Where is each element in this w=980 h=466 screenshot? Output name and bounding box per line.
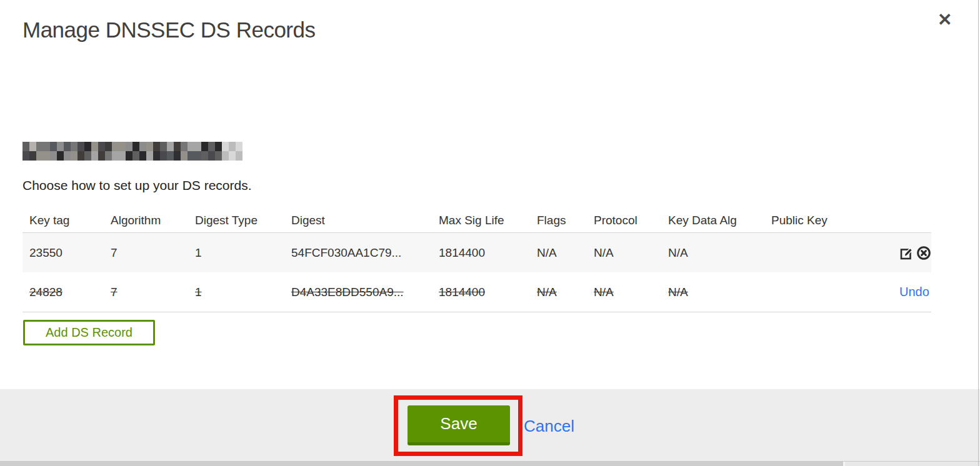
page-title: Manage DNSSEC DS Records xyxy=(22,17,315,42)
cell-key-data-alg: N/A xyxy=(661,285,764,299)
col-header-protocol: Protocol xyxy=(587,214,661,227)
save-button[interactable]: Save xyxy=(408,405,510,445)
cell-key-tag: 24828 xyxy=(22,285,104,299)
cell-algorithm: 7 xyxy=(104,285,188,299)
col-header-max-sig-life: Max Sig Life xyxy=(432,214,530,227)
cell-key-tag: 23550 xyxy=(22,246,104,260)
cell-max-sig-life: 1814400 xyxy=(432,246,530,260)
col-header-flags: Flags xyxy=(530,214,587,227)
row-actions: Undo xyxy=(892,285,939,299)
col-header-key-data-alg: Key Data Alg xyxy=(661,214,764,227)
row-actions xyxy=(892,245,938,260)
redacted-domain-name xyxy=(22,142,242,161)
col-header-digest: Digest xyxy=(284,214,432,227)
cell-protocol: N/A xyxy=(587,246,661,260)
window-right-edge xyxy=(978,0,979,466)
cell-digest: 54FCF030AA1C79... xyxy=(284,246,432,260)
cell-digest: D4A33E8DD550A9... xyxy=(284,285,432,299)
table-row: 23550 7 1 54FCF030AA1C79... 1814400 N/A … xyxy=(22,232,931,272)
instruction-text: Choose how to set up your DS records. xyxy=(22,178,252,193)
cancel-link[interactable]: Cancel xyxy=(524,417,574,436)
cell-digest-type: 1 xyxy=(188,285,284,299)
cell-algorithm: 7 xyxy=(104,246,188,260)
dnssec-modal: Manage DNSSEC DS Records ✕ Choose how to… xyxy=(0,0,980,466)
col-header-algorithm: Algorithm xyxy=(104,214,188,227)
ds-records-table: Key tag Algorithm Digest Type Digest Max… xyxy=(22,208,931,312)
cell-key-data-alg: N/A xyxy=(661,246,764,260)
undo-link[interactable]: Undo xyxy=(899,285,933,299)
cell-flags: N/A xyxy=(530,246,587,260)
col-header-public-key: Public Key xyxy=(764,214,892,227)
cell-protocol: N/A xyxy=(587,285,661,299)
cell-digest-type: 1 xyxy=(188,246,284,260)
col-header-digest-type: Digest Type xyxy=(188,214,284,227)
add-ds-record-button[interactable]: Add DS Record xyxy=(23,320,155,345)
cell-flags: N/A xyxy=(530,285,587,299)
delete-record-icon[interactable] xyxy=(916,245,931,260)
table-row-deleted: 24828 7 1 D4A33E8DD550A9... 1814400 N/A … xyxy=(22,272,931,312)
cell-max-sig-life: 1814400 xyxy=(432,285,530,299)
close-icon[interactable]: ✕ xyxy=(938,11,952,29)
table-header-row: Key tag Algorithm Digest Type Digest Max… xyxy=(22,208,931,232)
modal-footer: Save Cancel xyxy=(0,389,980,462)
window-bottom-edge xyxy=(0,462,980,466)
col-header-key-tag: Key tag xyxy=(22,214,104,227)
edit-record-icon[interactable] xyxy=(899,245,914,260)
